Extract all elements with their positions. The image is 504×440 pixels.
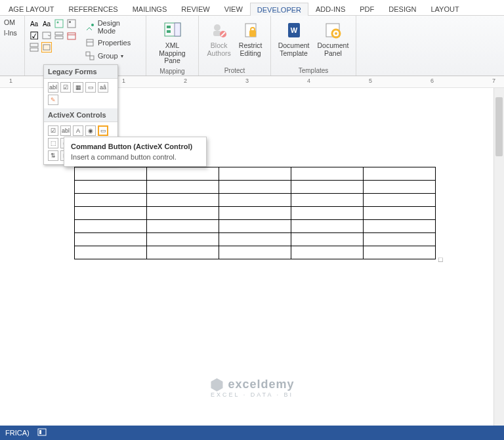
legacy-shading-icon[interactable]: aâ — [98, 82, 108, 93]
tab-mailings[interactable]: MAILINGS — [125, 2, 175, 15]
activex-label-icon[interactable]: A — [73, 125, 83, 136]
tab-pdf[interactable]: PDF — [352, 2, 381, 15]
group-button[interactable]: Group ▾ — [82, 50, 142, 62]
status-bar: FRICA) — [0, 426, 504, 440]
document-panel-label: Document Panel — [318, 42, 349, 57]
restrict-editing-label: Restrict Editing — [239, 42, 262, 57]
control-richtext-icon[interactable]: Aa — [29, 18, 39, 29]
document-table[interactable] — [74, 167, 436, 259]
legacy-dropdown-icon[interactable]: ▦ — [73, 82, 83, 93]
ruler-mark: 5 — [369, 77, 372, 84]
svg-rect-0 — [55, 20, 63, 28]
block-authors-button[interactable]: Block Authors — [205, 18, 234, 58]
design-mode-button[interactable]: Design Mode — [82, 18, 142, 35]
scrollbar-thumb[interactable] — [495, 97, 503, 156]
properties-button[interactable]: Properties — [82, 37, 142, 49]
design-mode-icon — [85, 22, 95, 32]
ribbon-left-partial2: l-Ins — [4, 29, 17, 37]
properties-icon — [85, 37, 95, 48]
tab-view[interactable]: VIEW — [217, 2, 250, 15]
tab-design[interactable]: DESIGN — [381, 2, 423, 15]
restrict-editing-icon — [240, 20, 261, 41]
control-repeating-icon[interactable] — [29, 42, 39, 53]
svg-rect-19 — [167, 30, 171, 33]
restrict-editing-button[interactable]: Restrict Editing — [236, 18, 265, 58]
svg-rect-16 — [90, 56, 94, 60]
status-macro-icon[interactable] — [37, 428, 47, 437]
activex-scrollbar-icon[interactable]: ⇅ — [48, 150, 58, 161]
document-template-icon: W — [284, 20, 304, 41]
design-mode-label: Design Mode — [98, 19, 139, 35]
table-row[interactable] — [75, 167, 436, 181]
svg-rect-2 — [68, 20, 75, 28]
svg-rect-35 — [39, 430, 41, 434]
watermark-logo-icon — [209, 377, 224, 391]
table-row[interactable] — [75, 181, 436, 194]
legacy-reset-icon[interactable]: ✎ — [48, 95, 58, 105]
svg-rect-4 — [43, 32, 51, 39]
legacy-forms-header: Legacy Forms — [44, 65, 117, 79]
block-authors-label: Block Authors — [207, 42, 231, 57]
control-combobox-icon[interactable] — [41, 30, 52, 41]
tab-addins[interactable]: ADD-INS — [308, 2, 352, 15]
svg-rect-5 — [55, 32, 63, 35]
ruler-mark: 7 — [492, 77, 495, 84]
svg-point-12 — [91, 24, 94, 26]
watermark-tagline: EXCEL · DATA · BI — [209, 391, 294, 398]
group-label-mapping: Mapping — [159, 66, 184, 75]
document-panel-icon — [322, 20, 343, 41]
tab-review[interactable]: REVIEW — [174, 2, 217, 15]
tab-developer[interactable]: DEVELOPER — [250, 3, 308, 16]
control-date-icon[interactable] — [66, 30, 77, 41]
group-icon — [85, 51, 95, 61]
activex-controls-header: ActiveX Controls — [44, 108, 117, 122]
table-row[interactable] — [75, 233, 436, 246]
watermark: exceldemy EXCEL · DATA · BI — [209, 377, 294, 398]
ruler-mark: 6 — [430, 77, 434, 84]
table-row[interactable] — [75, 246, 436, 259]
activex-checkbox-icon[interactable]: ☑ — [48, 125, 58, 136]
table-row[interactable] — [75, 220, 436, 233]
svg-rect-9 — [30, 43, 38, 47]
activex-listbox-icon[interactable]: ⬚ — [48, 138, 58, 148]
xml-mapping-button[interactable]: XML Mapping Pane — [150, 18, 194, 66]
watermark-brand: exceldemy — [228, 378, 294, 391]
chevron-down-icon: ▾ — [121, 53, 123, 59]
command-button-tooltip: Command Button (ActiveX Control) Insert … — [64, 137, 207, 167]
ruler-mark: 3 — [245, 77, 249, 84]
group-label-templates: Templates — [299, 66, 329, 74]
svg-point-21 — [214, 24, 220, 31]
ribbon-left-partial1: OM — [4, 18, 15, 26]
document-template-button[interactable]: W Document Template — [276, 18, 312, 58]
tab-layout[interactable]: LAYOUT — [423, 2, 466, 15]
table-row[interactable] — [75, 207, 436, 220]
svg-text:W: W — [290, 26, 297, 34]
svg-rect-6 — [55, 36, 63, 39]
legacy-checkbox-icon[interactable]: ☑ — [60, 82, 71, 93]
svg-rect-13 — [87, 39, 93, 46]
status-language[interactable]: FRICA) — [5, 429, 30, 437]
tab-references[interactable]: REFERENCES — [61, 2, 125, 15]
xml-mapping-label: XML Mapping Pane — [153, 42, 192, 65]
ruler-mark: 2 — [184, 77, 187, 84]
ruler-mark: 1 — [9, 77, 12, 84]
control-buildingblock-icon[interactable] — [66, 18, 77, 29]
table-resize-handle-icon[interactable]: □ — [438, 255, 443, 263]
activex-textbox-icon[interactable]: abl — [60, 125, 71, 136]
activex-command-button-icon[interactable]: ▭ — [98, 125, 108, 136]
control-legacy-icon[interactable] — [41, 42, 52, 53]
legacy-frame-icon[interactable]: ▭ — [85, 82, 96, 93]
control-picture-icon[interactable] — [54, 18, 64, 29]
control-dropdown-icon[interactable] — [54, 30, 64, 41]
control-plaintext-icon[interactable]: Aa — [41, 18, 52, 29]
table-row[interactable] — [75, 194, 436, 207]
document-panel-button[interactable]: Document Panel — [315, 18, 352, 58]
legacy-text-field-icon[interactable]: abl — [48, 82, 58, 93]
svg-rect-15 — [86, 52, 90, 56]
svg-marker-33 — [211, 378, 222, 391]
activex-option-icon[interactable]: ◉ — [85, 125, 96, 136]
tab-page-layout[interactable]: AGE LAYOUT — [1, 2, 61, 15]
vertical-scrollbar[interactable] — [494, 88, 504, 426]
svg-rect-20 — [175, 23, 180, 36]
control-checkbox-icon[interactable]: ☑ — [29, 30, 39, 41]
